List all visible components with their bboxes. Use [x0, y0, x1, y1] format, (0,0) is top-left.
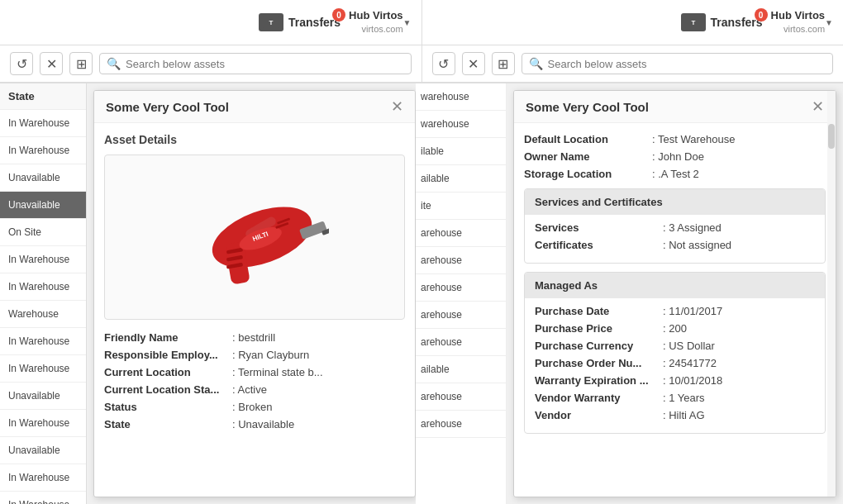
right-label-2-0: Purchase Date [535, 305, 663, 317]
right-label-2-6: Vendor [535, 409, 663, 421]
svg-text:T: T [691, 19, 695, 26]
right-label-2-2: Purchase Currency [535, 340, 663, 352]
sidebar-item-13[interactable]: In Warehouse [0, 464, 86, 492]
right-value-2-2: : US Dollar [663, 340, 715, 352]
right-value-2-6: : Hilti AG [663, 409, 705, 421]
right-panel-title: Some Very Cool Tool [526, 100, 649, 114]
detail-value-2: : Terminal state b... [232, 366, 323, 378]
right-row-0-1: Owner Name: John Doe [524, 150, 826, 163]
sidebar-item-5[interactable]: In Warehouse [0, 246, 86, 273]
right-value-2-3: : 24541772 [663, 357, 717, 369]
detail-value-1: : Ryan Clayburn [232, 349, 309, 361]
right-row-2-0: Purchase Date: 11/01/2017 [535, 305, 815, 317]
sidebar-item-2[interactable]: Unavailable [0, 164, 86, 192]
company-info-right: Hub Virtos virtos.com [771, 9, 826, 35]
detail-label-5: State [104, 418, 232, 430]
detail-value-3: : Active [232, 383, 267, 396]
right-panel: Some Very Cool Tool ✕ Default Location: … [513, 90, 836, 497]
bg-list-item-3: ailable [416, 165, 506, 193]
right-row-0-0: Default Location: Test Warehouse [524, 133, 826, 145]
right-label-2-1: Purchase Price [535, 322, 663, 335]
detail-row-1: Responsible Employ...: Ryan Clayburn [104, 349, 405, 361]
detail-value-0: : bestdrill [232, 331, 275, 344]
scrollbar-track[interactable] [827, 91, 836, 497]
right-label-0-1: Owner Name [524, 150, 652, 163]
badge-left: 0 [332, 8, 345, 21]
search-input-left[interactable] [126, 58, 404, 70]
left-panel-header: Some Very Cool Tool ✕ [94, 91, 415, 123]
right-label-1-0: Services [535, 221, 663, 234]
sidebar-item-9[interactable]: In Warehouse [0, 355, 86, 383]
sidebar-item-1[interactable]: In Warehouse [0, 137, 86, 164]
sidebar-item-12[interactable]: Unavailable [0, 437, 86, 464]
company-info-left: Hub Virtos virtos.com [349, 9, 403, 35]
right-panel-header: Some Very Cool Tool ✕ [514, 91, 836, 123]
right-value-2-1: : 200 [663, 322, 687, 335]
search-icon-right: 🔍 [529, 57, 543, 70]
detail-value-5: : Unavailable [232, 418, 294, 430]
detail-label-0: Friendly Name [104, 331, 232, 344]
right-section-content-1: Services: 3 AssignedCertificates: Not as… [525, 215, 825, 263]
right-label-1-1: Certificates [535, 239, 663, 251]
sidebar-item-14[interactable]: In Warehouse [0, 492, 86, 504]
sidebar-item-7[interactable]: Warehouse [0, 301, 86, 328]
transfers-section-left: T 0 Transfers [259, 13, 341, 31]
left-panel-content: Asset Details [94, 123, 415, 497]
detail-label-1: Responsible Employ... [104, 349, 232, 361]
arrow-icon-right[interactable]: ▼ [825, 18, 833, 27]
bg-list-item-2: ilable [416, 138, 506, 165]
right-value-0-1: : John Doe [652, 150, 704, 163]
grid-button-right[interactable]: ⊞ [492, 52, 515, 75]
company-name-left: Hub Virtos [349, 9, 403, 23]
right-label-2-4: Warranty Expiration ... [535, 374, 663, 387]
transfers-icon-left: T [259, 13, 283, 31]
arrow-icon-left[interactable]: ▼ [403, 18, 412, 27]
refresh-button-left[interactable]: ↺ [10, 52, 33, 75]
right-section-1: Services and CertificatesServices: 3 Ass… [524, 188, 826, 264]
sidebar-item-8[interactable]: In Warehouse [0, 328, 86, 355]
detail-label-4: Status [104, 401, 232, 413]
refresh-button-right[interactable]: ↺ [432, 52, 455, 75]
right-section-header-2: Managed As [525, 273, 825, 298]
transfers-icon-right: T [681, 13, 706, 31]
export-button-right[interactable]: ✕ [462, 52, 485, 75]
export-button-left[interactable]: ✕ [40, 52, 63, 75]
company-url-left: virtos.com [349, 23, 403, 35]
right-label-0-0: Default Location [524, 133, 652, 145]
detail-value-4: : Broken [232, 401, 272, 413]
scrollbar-thumb[interactable] [828, 124, 835, 149]
background-list: warehousewarehouseilableailableitearehou… [416, 83, 507, 504]
sidebar-item-11[interactable]: In Warehouse [0, 410, 86, 437]
sidebar-header: State [0, 83, 86, 110]
detail-row-3: Current Location Sta...: Active [104, 383, 405, 396]
right-row-0-2: Storage Location: .A Test 2 [524, 168, 826, 180]
sidebar-item-3[interactable]: Unavailable [0, 192, 86, 219]
right-value-2-4: : 10/01/2018 [663, 374, 722, 387]
search-box-left: 🔍 [99, 53, 412, 74]
sidebar-item-4[interactable]: On Site [0, 219, 86, 246]
detail-row-4: Status: Broken [104, 401, 405, 413]
right-value-2-5: : 1 Years [663, 392, 705, 404]
bg-list-item-11: arehouse [416, 383, 506, 411]
transfers-section-right: T 0 Transfers [681, 13, 763, 31]
search-input-right[interactable] [548, 58, 826, 70]
detail-row-5: State: Unavailable [104, 418, 405, 430]
bg-list-item-9: arehouse [416, 329, 506, 356]
sidebar-item-0[interactable]: In Warehouse [0, 110, 86, 137]
right-panel-close[interactable]: ✕ [812, 99, 824, 114]
left-panel: Some Very Cool Tool ✕ Asset Details [93, 90, 416, 497]
right-row-2-2: Purchase Currency: US Dollar [535, 340, 815, 352]
bg-list-item-5: arehouse [416, 220, 506, 247]
company-name-right: Hub Virtos [771, 9, 826, 23]
bg-list-item-4: ite [416, 193, 506, 220]
right-section-0: Default Location: Test WarehouseOwner Na… [524, 133, 826, 180]
detail-label-2: Current Location [104, 366, 232, 378]
sidebar-item-6[interactable]: In Warehouse [0, 273, 86, 301]
bg-list-item-1: warehouse [416, 111, 506, 138]
detail-row-2: Current Location: Terminal state b... [104, 366, 405, 378]
sidebar-item-10[interactable]: Unavailable [0, 383, 86, 410]
right-label-2-3: Purchase Order Nu... [535, 357, 663, 369]
left-panel-close[interactable]: ✕ [391, 99, 403, 114]
grid-button-left[interactable]: ⊞ [69, 52, 93, 75]
detail-label-3: Current Location Sta... [104, 383, 232, 396]
